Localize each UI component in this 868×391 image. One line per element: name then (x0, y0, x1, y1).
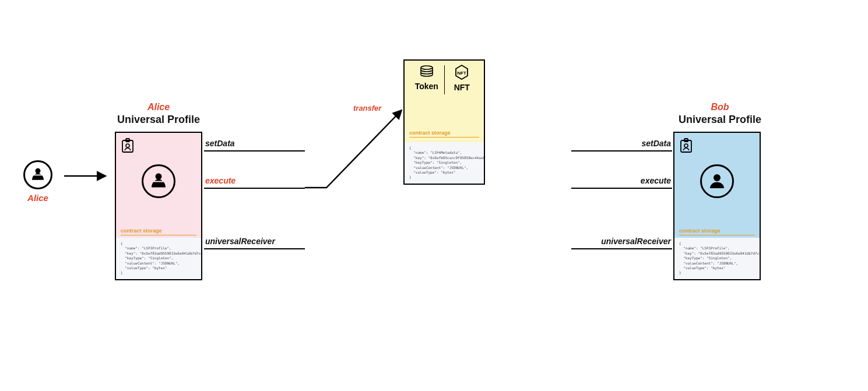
bob-universalreceiver-label: universalReceiver (601, 237, 671, 246)
alice-universalreceiver-line: universalReceiver (204, 248, 305, 249)
bob-profile-title: Bob Universal Profile (656, 102, 784, 126)
token-cell: Token (409, 64, 444, 91)
nft-icon: NFT (454, 64, 470, 80)
nft-cell: NFT NFT (445, 64, 480, 92)
bob-code-block: { "name": "LSP3Profile", "key": "0x5ef83… (674, 238, 760, 279)
alice-universalreceiver-label: universalReceiver (205, 237, 275, 246)
coins-icon (419, 64, 435, 79)
person-icon (23, 160, 52, 189)
alice-profile-card: contract storage { "name": "LSP3Profile"… (115, 132, 202, 280)
token-nft-card: Token NFT NFT contract storage { "name":… (403, 59, 485, 185)
svg-rect-6 (681, 140, 691, 152)
bob-profile-card: contract storage { "name": "LSP3Profile"… (673, 132, 761, 280)
svg-point-8 (684, 144, 688, 147)
bob-execute-line: execute (571, 188, 672, 189)
alice-setdata-line: setData (204, 150, 305, 152)
profile-avatar-icon (142, 164, 175, 198)
bob-execute-label: execute (641, 176, 671, 185)
storage-label: contract storage (121, 228, 196, 235)
profile-avatar-icon (700, 164, 734, 198)
svg-text:NFT: NFT (457, 71, 466, 76)
token-code-block: { "name": "LSP4Metadata", "key": "0x9afb… (405, 142, 484, 184)
id-badge-icon (121, 138, 135, 156)
id-badge-icon (679, 138, 693, 156)
nft-label: NFT (454, 83, 470, 92)
alice-profile-subtitle: Universal Profile (94, 114, 223, 126)
bob-profile-accent: Bob (656, 102, 784, 112)
bob-universalreceiver-line: universalReceiver (571, 248, 672, 249)
bob-storage-label: contract storage (679, 228, 755, 235)
alice-profile-title: Alice Universal Profile (94, 102, 223, 126)
actor-alice: Alice (23, 160, 52, 203)
token-storage-label: contract storage (409, 130, 479, 138)
actor-alice-name: Alice (23, 193, 52, 203)
svg-rect-1 (122, 140, 133, 152)
bob-setdata-label: setData (641, 139, 671, 148)
alice-code-block: { "name": "LSP3Profile", "key": "0x5ef83… (116, 238, 201, 279)
transfer-label: transfer (353, 104, 381, 112)
token-label: Token (415, 82, 438, 91)
bob-profile-subtitle: Universal Profile (656, 114, 784, 126)
svg-point-3 (126, 144, 129, 147)
alice-setdata-label: setData (205, 139, 235, 148)
alice-profile-accent: Alice (94, 102, 223, 112)
alice-execute-line: execute (204, 188, 305, 189)
bob-setdata-line: setData (571, 150, 672, 152)
svg-point-9 (714, 174, 721, 181)
svg-point-4 (421, 66, 433, 69)
alice-execute-label: execute (205, 176, 236, 185)
